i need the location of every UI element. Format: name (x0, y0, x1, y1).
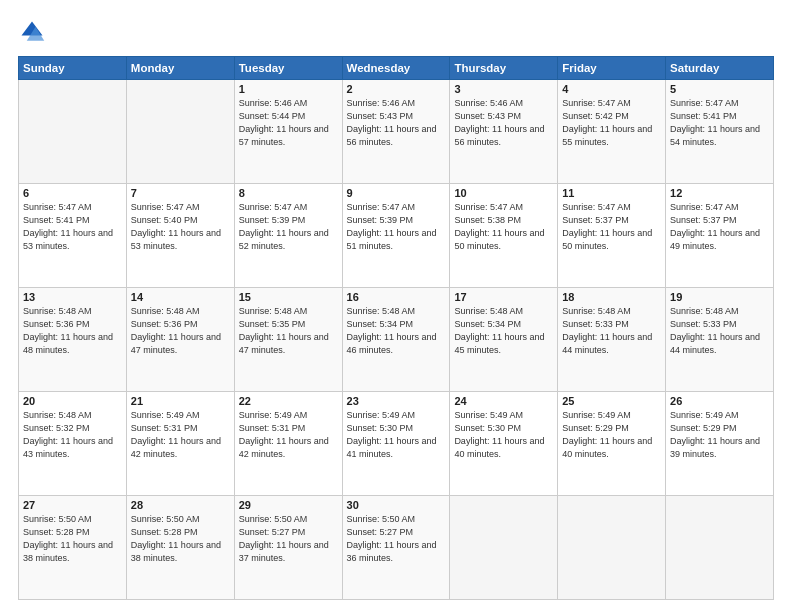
cell-date-number: 9 (347, 187, 446, 199)
calendar-cell: 25Sunrise: 5:49 AM Sunset: 5:29 PM Dayli… (558, 392, 666, 496)
cell-date-number: 17 (454, 291, 553, 303)
cell-date-number: 12 (670, 187, 769, 199)
cell-info-text: Sunrise: 5:48 AM Sunset: 5:34 PM Dayligh… (347, 305, 446, 357)
cell-date-number: 15 (239, 291, 338, 303)
cell-info-text: Sunrise: 5:47 AM Sunset: 5:42 PM Dayligh… (562, 97, 661, 149)
weekday-header-tuesday: Tuesday (234, 57, 342, 80)
weekday-header-thursday: Thursday (450, 57, 558, 80)
cell-date-number: 11 (562, 187, 661, 199)
calendar-cell: 30Sunrise: 5:50 AM Sunset: 5:27 PM Dayli… (342, 496, 450, 600)
cell-date-number: 23 (347, 395, 446, 407)
cell-info-text: Sunrise: 5:46 AM Sunset: 5:43 PM Dayligh… (454, 97, 553, 149)
week-row-3: 13Sunrise: 5:48 AM Sunset: 5:36 PM Dayli… (19, 288, 774, 392)
cell-date-number: 8 (239, 187, 338, 199)
cell-info-text: Sunrise: 5:50 AM Sunset: 5:27 PM Dayligh… (239, 513, 338, 565)
cell-date-number: 4 (562, 83, 661, 95)
calendar-cell (558, 496, 666, 600)
calendar-cell: 17Sunrise: 5:48 AM Sunset: 5:34 PM Dayli… (450, 288, 558, 392)
logo (18, 18, 50, 46)
cell-date-number: 22 (239, 395, 338, 407)
calendar-cell: 29Sunrise: 5:50 AM Sunset: 5:27 PM Dayli… (234, 496, 342, 600)
cell-info-text: Sunrise: 5:47 AM Sunset: 5:41 PM Dayligh… (23, 201, 122, 253)
cell-date-number: 29 (239, 499, 338, 511)
cell-date-number: 13 (23, 291, 122, 303)
cell-info-text: Sunrise: 5:48 AM Sunset: 5:35 PM Dayligh… (239, 305, 338, 357)
cell-date-number: 5 (670, 83, 769, 95)
cell-info-text: Sunrise: 5:49 AM Sunset: 5:30 PM Dayligh… (454, 409, 553, 461)
cell-info-text: Sunrise: 5:46 AM Sunset: 5:44 PM Dayligh… (239, 97, 338, 149)
weekday-header-friday: Friday (558, 57, 666, 80)
week-row-4: 20Sunrise: 5:48 AM Sunset: 5:32 PM Dayli… (19, 392, 774, 496)
cell-info-text: Sunrise: 5:50 AM Sunset: 5:27 PM Dayligh… (347, 513, 446, 565)
cell-info-text: Sunrise: 5:50 AM Sunset: 5:28 PM Dayligh… (23, 513, 122, 565)
cell-info-text: Sunrise: 5:47 AM Sunset: 5:38 PM Dayligh… (454, 201, 553, 253)
calendar-cell: 10Sunrise: 5:47 AM Sunset: 5:38 PM Dayli… (450, 184, 558, 288)
cell-date-number: 27 (23, 499, 122, 511)
calendar-cell: 5Sunrise: 5:47 AM Sunset: 5:41 PM Daylig… (666, 80, 774, 184)
cell-date-number: 25 (562, 395, 661, 407)
week-row-1: 1Sunrise: 5:46 AM Sunset: 5:44 PM Daylig… (19, 80, 774, 184)
cell-date-number: 28 (131, 499, 230, 511)
cell-info-text: Sunrise: 5:47 AM Sunset: 5:40 PM Dayligh… (131, 201, 230, 253)
calendar-cell: 15Sunrise: 5:48 AM Sunset: 5:35 PM Dayli… (234, 288, 342, 392)
calendar-cell: 20Sunrise: 5:48 AM Sunset: 5:32 PM Dayli… (19, 392, 127, 496)
calendar-cell (19, 80, 127, 184)
cell-info-text: Sunrise: 5:48 AM Sunset: 5:36 PM Dayligh… (23, 305, 122, 357)
calendar-cell (666, 496, 774, 600)
cell-date-number: 16 (347, 291, 446, 303)
calendar-cell: 12Sunrise: 5:47 AM Sunset: 5:37 PM Dayli… (666, 184, 774, 288)
cell-date-number: 1 (239, 83, 338, 95)
calendar-cell: 16Sunrise: 5:48 AM Sunset: 5:34 PM Dayli… (342, 288, 450, 392)
cell-info-text: Sunrise: 5:47 AM Sunset: 5:39 PM Dayligh… (239, 201, 338, 253)
cell-info-text: Sunrise: 5:49 AM Sunset: 5:29 PM Dayligh… (562, 409, 661, 461)
calendar-cell: 6Sunrise: 5:47 AM Sunset: 5:41 PM Daylig… (19, 184, 127, 288)
calendar-cell: 19Sunrise: 5:48 AM Sunset: 5:33 PM Dayli… (666, 288, 774, 392)
cell-date-number: 21 (131, 395, 230, 407)
calendar-header: SundayMondayTuesdayWednesdayThursdayFrid… (19, 57, 774, 80)
cell-date-number: 10 (454, 187, 553, 199)
cell-info-text: Sunrise: 5:47 AM Sunset: 5:39 PM Dayligh… (347, 201, 446, 253)
calendar-cell: 28Sunrise: 5:50 AM Sunset: 5:28 PM Dayli… (126, 496, 234, 600)
calendar-cell: 26Sunrise: 5:49 AM Sunset: 5:29 PM Dayli… (666, 392, 774, 496)
cell-info-text: Sunrise: 5:48 AM Sunset: 5:33 PM Dayligh… (562, 305, 661, 357)
calendar-cell: 24Sunrise: 5:49 AM Sunset: 5:30 PM Dayli… (450, 392, 558, 496)
calendar-cell: 9Sunrise: 5:47 AM Sunset: 5:39 PM Daylig… (342, 184, 450, 288)
calendar-cell: 27Sunrise: 5:50 AM Sunset: 5:28 PM Dayli… (19, 496, 127, 600)
cell-info-text: Sunrise: 5:47 AM Sunset: 5:41 PM Dayligh… (670, 97, 769, 149)
cell-date-number: 3 (454, 83, 553, 95)
weekday-header-monday: Monday (126, 57, 234, 80)
calendar-cell: 7Sunrise: 5:47 AM Sunset: 5:40 PM Daylig… (126, 184, 234, 288)
weekday-header-wednesday: Wednesday (342, 57, 450, 80)
cell-date-number: 18 (562, 291, 661, 303)
calendar-cell (126, 80, 234, 184)
cell-date-number: 26 (670, 395, 769, 407)
cell-info-text: Sunrise: 5:49 AM Sunset: 5:31 PM Dayligh… (239, 409, 338, 461)
cell-info-text: Sunrise: 5:49 AM Sunset: 5:31 PM Dayligh… (131, 409, 230, 461)
cell-info-text: Sunrise: 5:50 AM Sunset: 5:28 PM Dayligh… (131, 513, 230, 565)
calendar-cell: 18Sunrise: 5:48 AM Sunset: 5:33 PM Dayli… (558, 288, 666, 392)
logo-icon (18, 18, 46, 46)
cell-date-number: 7 (131, 187, 230, 199)
calendar-cell: 22Sunrise: 5:49 AM Sunset: 5:31 PM Dayli… (234, 392, 342, 496)
cell-date-number: 30 (347, 499, 446, 511)
calendar-cell: 21Sunrise: 5:49 AM Sunset: 5:31 PM Dayli… (126, 392, 234, 496)
calendar-cell: 2Sunrise: 5:46 AM Sunset: 5:43 PM Daylig… (342, 80, 450, 184)
calendar-cell: 13Sunrise: 5:48 AM Sunset: 5:36 PM Dayli… (19, 288, 127, 392)
cell-info-text: Sunrise: 5:49 AM Sunset: 5:30 PM Dayligh… (347, 409, 446, 461)
calendar-cell (450, 496, 558, 600)
cell-info-text: Sunrise: 5:48 AM Sunset: 5:36 PM Dayligh… (131, 305, 230, 357)
cell-info-text: Sunrise: 5:48 AM Sunset: 5:33 PM Dayligh… (670, 305, 769, 357)
cell-info-text: Sunrise: 5:48 AM Sunset: 5:32 PM Dayligh… (23, 409, 122, 461)
calendar-cell: 4Sunrise: 5:47 AM Sunset: 5:42 PM Daylig… (558, 80, 666, 184)
cell-date-number: 24 (454, 395, 553, 407)
cell-info-text: Sunrise: 5:49 AM Sunset: 5:29 PM Dayligh… (670, 409, 769, 461)
calendar-cell: 14Sunrise: 5:48 AM Sunset: 5:36 PM Dayli… (126, 288, 234, 392)
cell-date-number: 20 (23, 395, 122, 407)
cell-info-text: Sunrise: 5:47 AM Sunset: 5:37 PM Dayligh… (562, 201, 661, 253)
week-row-2: 6Sunrise: 5:47 AM Sunset: 5:41 PM Daylig… (19, 184, 774, 288)
cell-date-number: 6 (23, 187, 122, 199)
week-row-5: 27Sunrise: 5:50 AM Sunset: 5:28 PM Dayli… (19, 496, 774, 600)
header (18, 18, 774, 46)
weekday-header-saturday: Saturday (666, 57, 774, 80)
weekday-header-sunday: Sunday (19, 57, 127, 80)
